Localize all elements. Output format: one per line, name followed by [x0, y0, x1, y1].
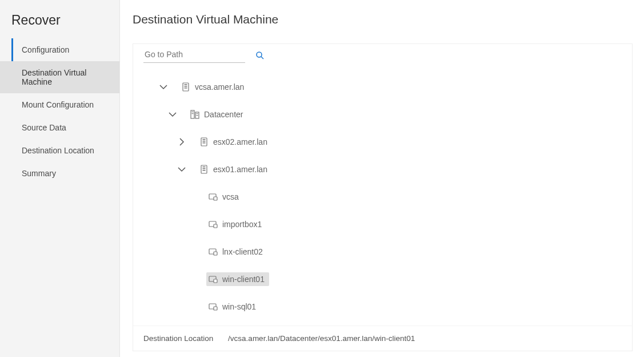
- destination-location-label: Destination Location: [143, 334, 213, 343]
- host-icon: [199, 165, 209, 174]
- vm-icon: [209, 302, 218, 311]
- destination-location-row: Destination Location /vcsa.amer.lan/Data…: [133, 326, 632, 351]
- sidebar-title: Recover: [0, 13, 119, 38]
- search-icon[interactable]: [255, 51, 265, 60]
- tree-node-label: win-client01: [222, 275, 265, 284]
- wizard-sidebar: Recover ConfigurationDestination Virtual…: [0, 0, 120, 357]
- tree-row[interactable]: win-client01: [133, 265, 632, 293]
- tree-row[interactable]: esx01.amer.lan: [133, 156, 632, 183]
- tree-node-label: Datacenter: [204, 110, 243, 119]
- chevron-down-icon[interactable]: [177, 164, 187, 174]
- chevron-down-icon[interactable]: [167, 109, 178, 120]
- vm-icon: [209, 220, 218, 229]
- tree-row[interactable]: win-sql01: [133, 293, 632, 320]
- vm-browser-panel: vcsa.amer.lanDatacenteresx02.amer.lanesx…: [133, 43, 633, 351]
- tree-row[interactable]: esx02.amer.lan: [133, 128, 632, 156]
- path-search-input[interactable]: [143, 47, 245, 63]
- tree-row[interactable]: Datacenter: [133, 101, 632, 128]
- tree-node-label: esx02.amer.lan: [213, 137, 267, 146]
- vm-icon: [209, 275, 218, 284]
- tree-node-label: importbox1: [222, 220, 262, 229]
- tree-row[interactable]: vcsa.amer.lan: [133, 73, 632, 101]
- tree-node[interactable]: importbox1: [206, 217, 266, 231]
- main-area: Destination Virtual Machine vcsa.amer.la…: [120, 0, 644, 357]
- sidebar-item-label: Destination Virtual Machine: [22, 68, 86, 86]
- tree-node[interactable]: esx01.amer.lan: [197, 162, 272, 176]
- page-title: Destination Virtual Machine: [133, 13, 633, 26]
- sidebar-item-configuration[interactable]: Configuration: [0, 38, 119, 61]
- vm-icon: [209, 192, 218, 201]
- tree-node[interactable]: win-client01: [206, 272, 269, 286]
- tree-row[interactable]: importbox1: [133, 211, 632, 238]
- vm-tree[interactable]: vcsa.amer.lanDatacenteresx02.amer.lanesx…: [133, 63, 632, 326]
- tree-row[interactable]: vcsa: [133, 183, 632, 211]
- chevron-right-icon[interactable]: [177, 137, 187, 147]
- sidebar-item-summary[interactable]: Summary: [0, 162, 119, 185]
- tree-node[interactable]: Datacenter: [188, 108, 247, 121]
- tree-node-label: lnx-client02: [222, 247, 263, 256]
- sidebar-item-destination-location[interactable]: Destination Location: [0, 139, 119, 162]
- host-icon: [199, 137, 209, 146]
- sidebar-item-mount-configuration[interactable]: Mount Configuration: [0, 93, 119, 116]
- tree-node-label: win-sql01: [222, 302, 256, 311]
- tree-node-label: vcsa: [222, 192, 239, 201]
- destination-location-value: /vcsa.amer.lan/Datacenter/esx01.amer.lan…: [228, 334, 415, 343]
- tree-node[interactable]: vcsa: [206, 190, 243, 204]
- search-row: [133, 44, 632, 63]
- tree-node[interactable]: esx02.amer.lan: [197, 135, 272, 149]
- sidebar-item-label: Configuration: [22, 45, 69, 54]
- chevron-down-icon[interactable]: [158, 82, 169, 92]
- datacenter-icon: [190, 110, 199, 119]
- tree-node[interactable]: vcsa.amer.lan: [179, 80, 249, 94]
- tree-node-label: esx01.amer.lan: [213, 165, 267, 174]
- sidebar-item-label: Destination Location: [22, 146, 94, 155]
- sidebar-item-label: Mount Configuration: [22, 100, 94, 109]
- tree-node-label: vcsa.amer.lan: [195, 82, 244, 92]
- tree-node[interactable]: win-sql01: [206, 300, 261, 314]
- sidebar-item-destination-virtual-machine[interactable]: Destination Virtual Machine: [0, 61, 119, 93]
- vm-icon: [209, 247, 218, 256]
- sidebar-item-source-data[interactable]: Source Data: [0, 116, 119, 139]
- tree-row[interactable]: lnx-client02: [133, 238, 632, 265]
- host-icon: [181, 82, 190, 92]
- tree-node[interactable]: lnx-client02: [206, 245, 267, 259]
- sidebar-item-label: Source Data: [22, 123, 66, 132]
- sidebar-item-label: Summary: [22, 169, 56, 178]
